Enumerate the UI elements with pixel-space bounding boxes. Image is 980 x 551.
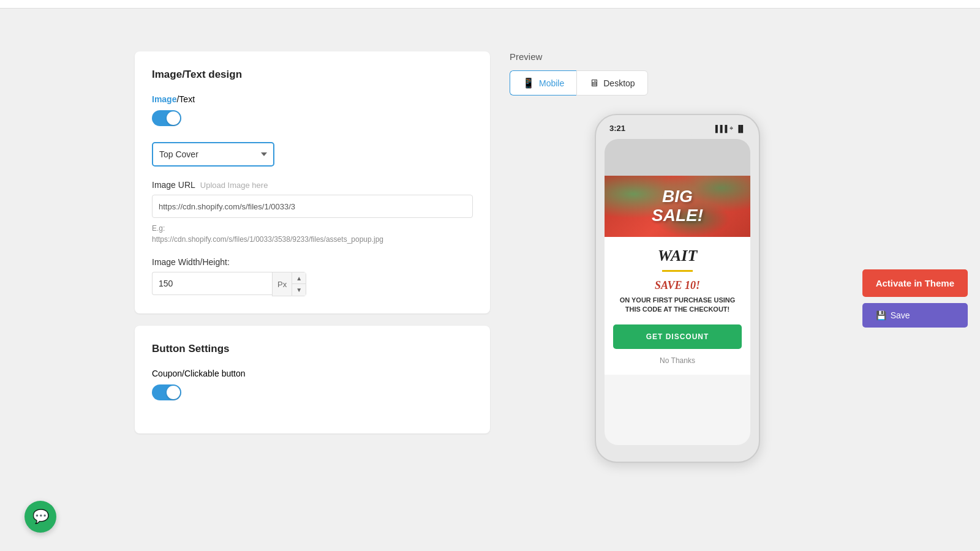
- right-panel: Preview 📱 Mobile 🖥 Desktop 3:21 ▐▐▐: [510, 9, 845, 463]
- preview-tabs: 📱 Mobile 🖥 Desktop: [510, 70, 845, 96]
- tab-mobile-label: Mobile: [539, 78, 564, 88]
- popup-content: BIG SALE! WAIT SAVE 10! ON YOUR FIRST PU…: [605, 176, 750, 375]
- activate-theme-button[interactable]: Activate in Theme: [862, 269, 968, 297]
- phone-mockup: 3:21 ▐▐▐ ⌖ ▐▌ BIG: [595, 114, 760, 463]
- phone-status-icons: ▐▐▐ ⌖ ▐▌: [713, 124, 745, 132]
- wifi-icon: ⌖: [729, 124, 733, 132]
- sale-text: BIG SALE!: [652, 187, 703, 225]
- top-bar: [0, 0, 980, 9]
- button-settings-card: Button Settings Coupon/Clickable button: [135, 326, 490, 433]
- size-stepper: ▲ ▼: [292, 272, 306, 296]
- tab-desktop-label: Desktop: [603, 78, 635, 88]
- tab-desktop[interactable]: 🖥 Desktop: [576, 70, 647, 96]
- battery-icon: ▐▌: [736, 125, 745, 132]
- floating-buttons: Activate in Theme 💾 Save: [862, 269, 968, 328]
- phone-notch: [656, 124, 699, 136]
- sale-line2: SALE!: [652, 206, 703, 225]
- tab-mobile[interactable]: 📱 Mobile: [510, 70, 576, 96]
- desktop-icon: 🖥: [589, 78, 599, 89]
- main-content: Image/Text design Image/Text Top Cover B…: [0, 9, 980, 463]
- mobile-icon: 📱: [522, 77, 535, 89]
- save-button[interactable]: 💾 Save: [862, 303, 968, 328]
- coupon-label: Coupon/Clickable button: [152, 369, 473, 378]
- save-icon: 💾: [876, 310, 886, 320]
- coupon-label-prefix: Coupon: [152, 369, 182, 378]
- position-dropdown[interactable]: Top Cover Bottom Cover Left Right None: [152, 142, 274, 167]
- sale-line1: BIG: [652, 187, 703, 206]
- image-text-toggle[interactable]: [152, 110, 181, 126]
- wait-text: WAIT: [613, 247, 742, 265]
- image-label-suffix: /Text: [176, 94, 195, 104]
- phone-gray-top: [605, 139, 750, 176]
- get-discount-btn[interactable]: GET DISCOUNT: [613, 324, 742, 349]
- size-decrement-btn[interactable]: ▼: [292, 284, 306, 296]
- image-url-label-row: Image URL Upload Image here: [152, 180, 473, 190]
- image-text-card-title: Image/Text design: [152, 69, 473, 81]
- preview-label: Preview: [510, 51, 845, 62]
- popup-body: WAIT SAVE 10! ON YOUR FIRST PURCHASE USI…: [605, 237, 750, 375]
- desc-text: ON YOUR FIRST PURCHASE USING THIS CODE A…: [613, 296, 742, 315]
- save-text: SAVE 10!: [613, 279, 742, 292]
- sale-banner: BIG SALE!: [605, 176, 750, 237]
- example-label: E.g:: [152, 224, 165, 233]
- size-label-text: Image Width/Height:: [152, 257, 473, 267]
- position-dropdown-wrapper: Top Cover Bottom Cover Left Right None: [152, 142, 473, 167]
- image-text-toggle-wrapper: [152, 110, 473, 129]
- no-thanks-link[interactable]: No Thanks: [613, 356, 742, 365]
- px-label: Px: [272, 272, 292, 296]
- image-url-input[interactable]: [152, 195, 473, 218]
- size-input-wrapper: Px ▲ ▼: [152, 272, 250, 296]
- coupon-label-suffix: /Clickable button: [182, 369, 246, 378]
- coupon-toggle[interactable]: [152, 384, 181, 400]
- size-increment-btn[interactable]: ▲: [292, 272, 306, 284]
- size-input[interactable]: [152, 272, 272, 295]
- image-url-example: E.g: https://cdn.shopify.com/s/files/1/0…: [152, 223, 473, 245]
- image-label-prefix: Image: [152, 94, 176, 104]
- example-url-text: https://cdn.shopify.com/s/files/1/0033/3…: [152, 235, 383, 244]
- coupon-toggle-wrapper: [152, 384, 473, 403]
- save-label: Save: [891, 310, 910, 320]
- phone-screen: BIG SALE! WAIT SAVE 10! ON YOUR FIRST PU…: [605, 139, 750, 445]
- chat-bubble-icon: 💬: [32, 509, 49, 525]
- image-text-field-label: Image/Text: [152, 94, 473, 104]
- image-url-label-text: Image URL: [152, 180, 195, 190]
- signal-icon: ▐▐▐: [713, 125, 727, 132]
- image-text-card: Image/Text design Image/Text Top Cover B…: [135, 51, 490, 313]
- button-settings-title: Button Settings: [152, 343, 473, 355]
- left-panel: Image/Text design Image/Text Top Cover B…: [135, 9, 490, 463]
- wait-underline: [662, 270, 693, 272]
- chat-bubble[interactable]: 💬: [24, 501, 56, 533]
- page-wrapper: Image/Text design Image/Text Top Cover B…: [0, 0, 980, 551]
- phone-time: 3:21: [609, 124, 625, 133]
- upload-link-text[interactable]: Upload Image here: [200, 181, 268, 190]
